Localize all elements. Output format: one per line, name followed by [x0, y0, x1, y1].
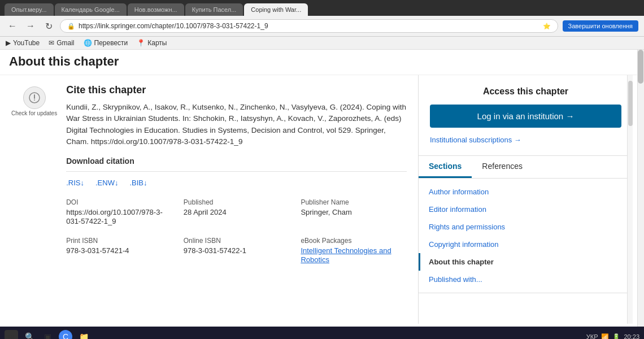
- taskbar-start[interactable]: ⊞: [5, 330, 18, 339]
- section-about-chapter[interactable]: About this chapter: [419, 253, 633, 271]
- update-button[interactable]: Завершити оновлення: [563, 20, 638, 32]
- taskbar-wifi: 📶: [601, 333, 609, 340]
- page-header-bar: About this chapter: [0, 50, 644, 75]
- forward-button[interactable]: →: [24, 19, 37, 33]
- tab-2[interactable]: Календарь Google...: [55, 3, 127, 16]
- online-isbn-item: Online ISBN 978-3-031-57422-1: [184, 237, 290, 264]
- main-layout: Check for updates Cite this chapter Kund…: [0, 75, 644, 324]
- download-citation-label: Download citation: [66, 157, 407, 166]
- doi-value: https://doi.org/10.1007/978-3-031-57422-…: [66, 208, 163, 225]
- tab-references[interactable]: References: [472, 156, 533, 178]
- section-copyright[interactable]: Copyright information: [419, 236, 633, 253]
- taskbar-file-explorer[interactable]: 📁: [77, 330, 90, 339]
- tab-1[interactable]: Опыт.меру...: [5, 3, 54, 16]
- back-button[interactable]: ←: [6, 19, 19, 33]
- bookmark-maps[interactable]: 📍 Карты: [137, 39, 167, 47]
- bookmark-youtube[interactable]: ▶ YouTube: [6, 39, 40, 47]
- ebook-packages-item: eBook Packages Intelligent Technologies …: [301, 237, 407, 264]
- tab-5-active[interactable]: Coping with War...: [244, 3, 308, 16]
- translate-icon: 🌐: [84, 39, 92, 47]
- citation-links: .RIS↓ .ENW↓ .BIB↓: [66, 179, 407, 187]
- print-isbn-item: Print ISBN 978-3-031-57421-4: [66, 237, 172, 264]
- maps-icon: 📍: [137, 39, 145, 47]
- section-author-info[interactable]: Author information: [419, 183, 633, 201]
- ebook-label: eBook Packages: [301, 237, 407, 245]
- cite-section: Cite this chapter Kundii, Z., Skrypnikov…: [66, 84, 407, 264]
- publisher-item: Publisher Name Springer, Cham: [301, 198, 407, 225]
- doi-label: DOI: [66, 198, 172, 206]
- right-scrollbar-thumb[interactable]: [628, 81, 633, 126]
- tab-4[interactable]: Купить Пасел...: [185, 3, 243, 16]
- taskbar-time: 20:23: [624, 333, 639, 339]
- bib-link[interactable]: .BIB↓: [129, 179, 147, 187]
- address-bar[interactable]: 🔒 https://link.springer.com/chapter/10.1…: [60, 19, 558, 33]
- check-updates-icon: [23, 86, 46, 109]
- online-isbn-value: 978-3-031-57422-1: [184, 246, 246, 255]
- right-scrollbar[interactable]: [627, 75, 633, 324]
- sections-list: Author information Editor information Ri…: [419, 179, 633, 293]
- cite-text: Kundii, Z., Skrypnikov, A., Isakov, R., …: [66, 102, 407, 147]
- tab-bar: Опыт.меру... Календарь Google... Нов.воз…: [0, 0, 644, 16]
- isbn-grid: Print ISBN 978-3-031-57421-4 Online ISBN…: [66, 237, 407, 264]
- cite-title: Cite this chapter: [66, 84, 407, 96]
- access-box: Access this chapter Log in via an instit…: [419, 75, 633, 156]
- bookmark-translate[interactable]: 🌐 Перевести: [84, 39, 128, 47]
- login-institution-button[interactable]: Log in via an institution →: [430, 105, 621, 128]
- tab-3[interactable]: Нов.возможн...: [128, 3, 184, 16]
- browser-toolbar: ← → ↻ 🔒 https://link.springer.com/chapte…: [0, 16, 644, 37]
- sections-tabs: Sections References: [419, 156, 633, 179]
- bookmarks-bar: ▶ YouTube ✉ Gmail 🌐 Перевести 📍 Карты: [0, 37, 644, 50]
- publisher-label: Publisher Name: [301, 198, 407, 206]
- section-editor-info[interactable]: Editor information: [419, 201, 633, 218]
- gmail-icon: ✉: [49, 39, 54, 47]
- print-isbn-label: Print ISBN: [66, 237, 172, 245]
- access-title: Access this chapter: [430, 86, 621, 97]
- institutional-subscriptions-link[interactable]: Institutional subscriptions →: [430, 136, 621, 144]
- taskbar-chrome[interactable]: C: [59, 330, 72, 339]
- taskbar-search[interactable]: 🔍: [23, 330, 36, 339]
- section-rights[interactable]: Rights and permissions: [419, 218, 633, 236]
- meta-grid: DOI https://doi.org/10.1007/978-3-031-57…: [66, 198, 407, 225]
- published-label: Published: [184, 198, 290, 206]
- reload-button[interactable]: ↻: [42, 19, 55, 33]
- page-scrollbar-thumb[interactable]: [638, 50, 643, 84]
- sections-panel: Sections References Author information E…: [419, 156, 633, 293]
- published-item: Published 28 April 2024: [184, 198, 290, 225]
- ebook-link[interactable]: Intelligent Technologies and Robotics: [301, 246, 391, 264]
- ris-link[interactable]: .RIS↓: [66, 179, 84, 187]
- publisher-value: Springer, Cham: [301, 208, 351, 216]
- page-scrollbar[interactable]: [637, 50, 644, 327]
- divider: [66, 171, 407, 172]
- print-isbn-value: 978-3-031-57421-4: [66, 246, 129, 255]
- published-value: 28 April 2024: [184, 208, 227, 216]
- url-text: https://link.springer.com/chapter/10.100…: [79, 22, 539, 30]
- taskbar-task-view[interactable]: ▣: [41, 330, 54, 339]
- doi-item: DOI https://doi.org/10.1007/978-3-031-57…: [66, 198, 172, 225]
- left-column: Check for updates Cite this chapter Kund…: [0, 75, 418, 324]
- tab-sections[interactable]: Sections: [419, 156, 472, 178]
- svg-point-1: [34, 99, 35, 101]
- right-column: Access this chapter Log in via an instit…: [418, 75, 633, 324]
- taskbar: ⊞ 🔍 ▣ C 📁 УКР 📶 🔋 20:23: [0, 327, 644, 339]
- bookmark-gmail[interactable]: ✉ Gmail: [49, 39, 74, 47]
- check-updates-label: Check for updates: [11, 110, 57, 117]
- online-isbn-label: Online ISBN: [184, 237, 290, 245]
- enw-link[interactable]: .ENW↓: [95, 179, 118, 187]
- youtube-icon: ▶: [6, 39, 11, 47]
- taskbar-lang: УКР: [586, 333, 598, 339]
- browser-chrome: Опыт.меру... Календарь Google... Нов.воз…: [0, 0, 644, 50]
- taskbar-right: УКР 📶 🔋 20:23: [586, 333, 639, 340]
- page-title: About this chapter: [9, 54, 635, 69]
- check-updates-widget: Check for updates: [11, 86, 57, 117]
- taskbar-battery: 🔋: [612, 333, 620, 340]
- page-content: About this chapter Check for updates Cit…: [0, 50, 644, 327]
- section-published-with[interactable]: Published with...: [419, 271, 633, 288]
